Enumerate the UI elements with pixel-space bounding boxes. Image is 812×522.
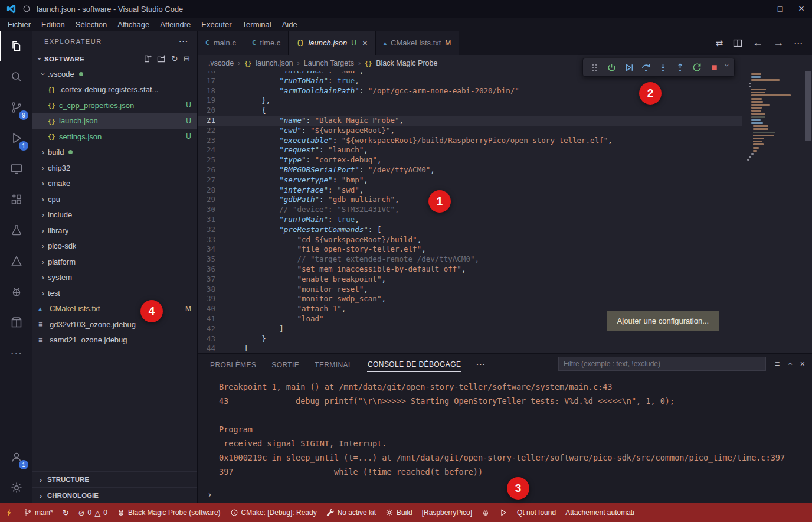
menu-exécuter[interactable]: Exécuter (196, 20, 237, 29)
folder-chip32[interactable]: ›chip32 (32, 160, 197, 176)
activity-cmake[interactable] (0, 246, 32, 276)
breadcrumb-item[interactable]: Black Magic Probe (376, 59, 437, 67)
file-.cortex-debug.registers.stat...[interactable]: {}.cortex-debug.registers.stat... (32, 82, 197, 98)
code-line-25[interactable]: 25 "type": "cortex-debug", (198, 155, 742, 165)
breadcrumb-item[interactable]: launch.json (256, 59, 293, 67)
file-c_cpp_properties.json[interactable]: {}c_cpp_properties.jsonU (32, 97, 197, 113)
new-folder-icon[interactable] (157, 54, 166, 63)
tab-time-c[interactable]: C time.c (244, 31, 289, 55)
console-filter-input[interactable] (558, 357, 766, 371)
repl-prompt-icon[interactable]: › (207, 490, 212, 500)
step-into-icon[interactable] (655, 60, 670, 75)
panel-more-icon[interactable]: ⋯ (476, 358, 485, 370)
continue-icon[interactable] (621, 60, 636, 75)
breadcrumb-item[interactable]: .vscode (208, 59, 234, 67)
more-actions-icon[interactable]: ⋯ (794, 38, 803, 48)
code-line-29[interactable]: 29 "gdbPath": "gdb-multiarch", (198, 195, 742, 205)
launch-target[interactable]: [RaspberryPico] (417, 503, 477, 522)
code-line-32[interactable]: 32 "preRestartCommands": [ (198, 225, 742, 235)
qt-status[interactable]: Qt not found (512, 503, 561, 522)
debug-console-output[interactable]: Breakpoint 1, main () at /mnt/data/git/o… (198, 374, 812, 503)
file-launch.json[interactable]: {}launch.jsonU (32, 113, 197, 129)
close-icon[interactable]: × (791, 0, 812, 18)
section-timeline[interactable]: › CHRONOLOGIE (32, 487, 197, 503)
code-line-24[interactable]: 24 "request": "launch", (198, 145, 742, 155)
auto-attach-status[interactable]: Attachement automati (561, 503, 639, 522)
split-editor-icon[interactable] (733, 38, 742, 48)
folder-build[interactable]: ›build (32, 145, 197, 161)
stop-icon[interactable] (706, 60, 722, 75)
editor-scrollbar[interactable] (804, 71, 812, 353)
file-cmakelists.txt[interactable]: ▲CMakeLists.txtM (32, 301, 197, 317)
code-line-38[interactable]: 38 "monitor reset", (198, 285, 742, 295)
activity-source-control[interactable]: 9 (0, 92, 32, 123)
close-tab-icon[interactable]: × (362, 38, 368, 48)
file-settings.json[interactable]: {}settings.jsonU (32, 129, 197, 145)
add-configuration-button[interactable]: Ajouter une configuration... (607, 311, 719, 331)
activity-accounts[interactable]: 1 (0, 442, 32, 472)
code-line-30[interactable]: 30 // "device": "STM32L431VC", (198, 205, 742, 215)
tab-launch-json[interactable]: {} launch.json U × (289, 31, 375, 55)
code-line-28[interactable]: 28 "interface": "swd", (198, 185, 742, 195)
code-line-18[interactable]: 18 "armToolchainPath": "/opt/gcc-arm-non… (198, 86, 742, 96)
code-line-27[interactable]: 27 "servertype": "bmp", (198, 175, 742, 185)
filter-lines-icon[interactable]: ≡ (775, 359, 780, 368)
section-structure[interactable]: › STRUCTURE (32, 471, 197, 487)
maximize-icon[interactable]: □ (770, 0, 791, 18)
activity-more[interactable]: ⋯ (0, 338, 32, 368)
activity-packages[interactable] (0, 307, 32, 338)
folder-platform[interactable]: ›platform (32, 254, 197, 270)
code-line-22[interactable]: 22 "cwd": "${workspaceRoot}", (198, 126, 742, 136)
folder-pico-sdk[interactable]: ›pico-sdk (32, 239, 197, 255)
code-line-37[interactable]: 37 "enable breakpoint", (198, 275, 742, 285)
menu-terminal[interactable]: Terminal (237, 20, 277, 29)
folder-cmake[interactable]: ›cmake (32, 176, 197, 192)
activity-settings[interactable] (0, 472, 32, 503)
back-icon[interactable]: ← (752, 37, 763, 49)
code-line-26[interactable]: 26 "BMPGDBSerialPort": "/dev/ttyACM0", (198, 165, 742, 175)
power-reset-icon[interactable] (604, 60, 619, 75)
restart-icon[interactable] (689, 60, 705, 75)
activity-remote-explorer[interactable] (0, 154, 32, 184)
file-samd21_ozone.jdebug[interactable]: ≡samd21_ozone.jdebug (32, 332, 197, 348)
activity-run-debug[interactable]: 1 (0, 123, 32, 154)
build-button[interactable]: Build (381, 503, 417, 522)
sync-button[interactable]: ↻ (58, 503, 74, 522)
folder-.vscode[interactable]: ›.vscode (32, 66, 197, 82)
step-over-icon[interactable] (638, 60, 653, 75)
activity-testing[interactable] (0, 215, 32, 246)
chevron-down-icon[interactable]: › (723, 64, 732, 71)
code-line-43[interactable]: 43 } (198, 334, 742, 344)
code-line-33[interactable]: 33 "cd ${workspaceRoot}/build", (198, 235, 742, 245)
panel-tab-probl-mes[interactable]: PROBLÈMES (209, 356, 257, 372)
folder-test[interactable]: ›test (32, 285, 197, 301)
new-file-icon[interactable] (143, 54, 152, 63)
step-out-icon[interactable] (672, 60, 687, 75)
panel-tab-terminal[interactable]: TERMINAL (314, 356, 353, 372)
menu-affichage[interactable]: Affichage (112, 20, 155, 29)
remote-indicator[interactable] (0, 503, 19, 522)
panel-tab-sortie[interactable]: SORTIE (271, 356, 300, 372)
open-changes-icon[interactable]: ⇄ (715, 38, 723, 48)
activity-debug-console[interactable] (0, 276, 32, 307)
code-line-21[interactable]: 21 "name": "Black Magic Probe", (198, 116, 742, 126)
activity-extensions[interactable] (0, 184, 32, 215)
code-line-36[interactable]: 36 "set mem inaccessible-by-default off"… (198, 265, 742, 275)
explorer-section-header[interactable]: › SOFTWARE ↻ ⊟ (32, 51, 197, 66)
folder-cpu[interactable]: ›cpu (32, 191, 197, 207)
debug-target-button[interactable] (477, 503, 495, 522)
menu-edition[interactable]: Edition (36, 20, 70, 29)
code-line-19[interactable]: 19 }, (198, 96, 742, 106)
run-target-button[interactable] (495, 503, 512, 522)
code-line-31[interactable]: 31 "runToMain": true, (198, 215, 742, 225)
file-gd32vf103_ozone.jdebug[interactable]: ≡gd32vf103_ozone.jdebug (32, 317, 197, 332)
menu-fichier[interactable]: Fichier (2, 20, 36, 29)
folder-library[interactable]: ›library (32, 223, 197, 239)
drag-handle-icon[interactable] (587, 60, 602, 75)
activity-explorer[interactable] (0, 31, 32, 61)
code-line-35[interactable]: 35 // "target extended-remote /dev/ttyAC… (198, 255, 742, 265)
close-panel-icon[interactable]: × (800, 359, 805, 368)
forward-icon[interactable]: → (773, 37, 784, 49)
code-line-17[interactable]: 17 "runToMain": true, (198, 76, 742, 86)
minimize-icon[interactable]: ─ (748, 0, 770, 18)
